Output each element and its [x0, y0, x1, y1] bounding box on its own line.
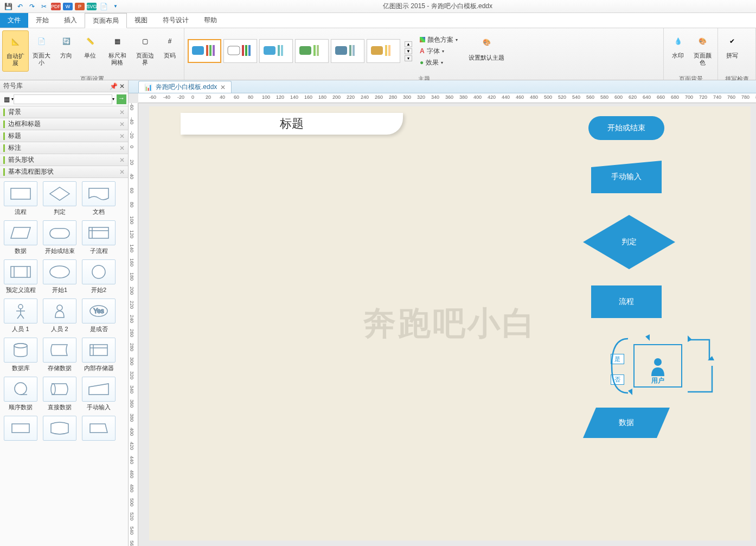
- shape-开始2[interactable]: 开始2: [81, 259, 116, 294]
- undo-icon[interactable]: ↶: [16, 2, 24, 11]
- page-color-button[interactable]: 🎨页面颜色: [690, 30, 715, 72]
- word-badge[interactable]: W: [63, 3, 73, 10]
- document-tab[interactable]: 📊 奔跑吧小白模板.eddx ✕: [138, 81, 232, 93]
- tab-insert[interactable]: 插入: [56, 13, 85, 28]
- pdf-badge[interactable]: PDF: [51, 3, 61, 10]
- category-5[interactable]: 基本流程图形状✕: [0, 166, 128, 178]
- tab-file[interactable]: 文件: [0, 13, 28, 28]
- ruler-vertical[interactable]: -60-40-200204060801001201401601802002202…: [129, 103, 138, 546]
- category-2[interactable]: 标题✕: [0, 130, 128, 142]
- shape-数据库[interactable]: 数据库: [3, 338, 38, 372]
- shape-数据[interactable]: 数据: [3, 220, 38, 255]
- theme-thumb-6[interactable]: [367, 39, 400, 63]
- tab-symbol-design[interactable]: 符号设计: [155, 13, 196, 28]
- data-shape[interactable]: 数据: [583, 408, 670, 438]
- theme-thumb-3[interactable]: [259, 39, 293, 63]
- set-default-theme-button[interactable]: 🎨设置默认主题: [465, 30, 508, 72]
- svg-rect-18: [385, 45, 387, 56]
- palette-icon[interactable]: ▦: [2, 96, 11, 103]
- theme-gallery-expand[interactable]: ▾: [405, 55, 412, 61]
- orientation-button[interactable]: 🔄方向: [54, 30, 78, 72]
- category-0[interactable]: 背景✕: [0, 106, 128, 118]
- shape-开始或结束[interactable]: 开始或结束: [42, 220, 77, 255]
- save-icon[interactable]: 💾: [4, 2, 12, 11]
- svg-rect-6: [245, 45, 247, 56]
- spell-check-button[interactable]: ✔拼写: [720, 30, 744, 72]
- user-shape-group[interactable]: 用户 是 否: [606, 333, 715, 398]
- page-number-button[interactable]: #页码: [158, 30, 182, 72]
- watermark-button[interactable]: 💧水印: [666, 30, 690, 72]
- close-icon[interactable]: ✕: [119, 109, 125, 116]
- category-3[interactable]: 标注✕: [0, 142, 128, 154]
- process-shape[interactable]: 流程: [591, 285, 662, 318]
- qat-dropdown-icon[interactable]: ▼: [111, 2, 120, 11]
- shape-判定[interactable]: 判定: [42, 181, 77, 216]
- auto-expand-button[interactable]: 📐自动扩展: [2, 30, 29, 72]
- ruler-grid-button[interactable]: ▦标尺和网格: [102, 30, 132, 72]
- ppt-badge[interactable]: P: [75, 3, 85, 10]
- theme-thumb-5[interactable]: [331, 39, 364, 63]
- manual-input-shape[interactable]: 手动输入: [591, 161, 662, 193]
- theme-scroll-up[interactable]: ▲: [405, 41, 412, 47]
- shape-人员 1[interactable]: 人员 1: [3, 299, 38, 333]
- page-size-button[interactable]: 📄页面大小: [29, 30, 54, 72]
- theme-thumb-2[interactable]: [223, 39, 257, 63]
- shape-文档[interactable]: 文档: [81, 181, 116, 216]
- svg-point-31: [92, 265, 105, 278]
- tab-page-layout[interactable]: 页面布局: [85, 13, 127, 28]
- shape-手动输入[interactable]: 手动输入: [81, 377, 116, 411]
- doc-icon: 📊: [144, 84, 152, 91]
- svg-rect-44: [12, 424, 29, 433]
- close-panel-icon[interactable]: ✕: [119, 82, 125, 90]
- theme-thumb-4[interactable]: [295, 39, 329, 63]
- category-4[interactable]: 箭头形状✕: [0, 154, 128, 166]
- tab-help[interactable]: 帮助: [196, 13, 225, 28]
- svg-marker-50: [645, 334, 650, 341]
- close-icon[interactable]: ✕: [119, 144, 125, 152]
- tab-view[interactable]: 视图: [127, 13, 155, 28]
- close-icon[interactable]: ✕: [119, 168, 125, 176]
- close-icon[interactable]: ✕: [119, 156, 125, 164]
- effect-dropdown[interactable]: ●效果 ▾: [418, 58, 460, 68]
- svg-point-33: [57, 305, 62, 310]
- tab-start[interactable]: 开始: [28, 13, 56, 28]
- search-input[interactable]: [14, 94, 112, 104]
- shape-直接数据[interactable]: 直接数据: [42, 377, 77, 411]
- quick-access-toolbar: 💾 ↶ ↷ ✂ PDF W P SVG 📄 ▼ 亿图图示 2015 - 奔跑吧小…: [0, 0, 756, 13]
- terminator-shape[interactable]: 开始或结束: [588, 116, 664, 140]
- shape-流程[interactable]: 流程: [3, 181, 38, 216]
- color-scheme-dropdown[interactable]: 颜色方案 ▾: [418, 35, 460, 45]
- category-1[interactable]: 边框和标题✕: [0, 118, 128, 130]
- shape-顺序数据[interactable]: 顺序数据: [3, 377, 38, 411]
- shape-子流程[interactable]: 子流程: [81, 220, 116, 255]
- svg-marker-48: [688, 335, 692, 342]
- close-icon[interactable]: ✕: [119, 120, 125, 128]
- units-button[interactable]: 📏单位: [78, 30, 102, 72]
- shape-extra-0[interactable]: [3, 416, 38, 441]
- shape-list[interactable]: 流程判定文档数据开始或结束子流程预定义流程开始1开始2人员 1人员 2Yes是或…: [0, 178, 128, 546]
- search-go-button[interactable]: →: [117, 94, 126, 104]
- theme-scroll-down[interactable]: ▼: [405, 48, 412, 54]
- theme-thumb-1[interactable]: [188, 39, 221, 63]
- pin-icon[interactable]: 📌: [110, 82, 118, 90]
- close-tab-icon[interactable]: ✕: [220, 84, 226, 91]
- shape-extra-1[interactable]: [42, 416, 77, 441]
- new-icon[interactable]: 📄: [99, 2, 108, 11]
- font-dropdown[interactable]: A字体 ▾: [418, 46, 460, 56]
- title-shape[interactable]: 标题: [181, 113, 403, 135]
- cut-icon[interactable]: ✂: [40, 2, 48, 11]
- drawing-page[interactable]: 奔跑吧小白 标题 开始或结束 手动输入 判定 流程 数据 用户 是 否: [149, 106, 751, 541]
- decision-shape[interactable]: 判定: [583, 215, 675, 269]
- shape-内部存储器[interactable]: 内部存储器: [81, 338, 116, 372]
- shape-预定义流程[interactable]: 预定义流程: [3, 259, 38, 294]
- close-icon[interactable]: ✕: [119, 132, 125, 140]
- shape-是或否[interactable]: Yes是或否: [81, 299, 116, 333]
- shape-extra-2[interactable]: [81, 416, 116, 441]
- svg-badge[interactable]: SVG: [87, 3, 97, 10]
- page-border-button[interactable]: ▢页面边界: [132, 30, 158, 72]
- redo-icon[interactable]: ↷: [28, 2, 36, 11]
- shape-人员 2[interactable]: 人员 2: [42, 299, 77, 333]
- ruler-horizontal[interactable]: -60-40-200204060801001201401601802002202…: [138, 93, 756, 103]
- shape-开始1[interactable]: 开始1: [42, 259, 77, 294]
- shape-存储数据[interactable]: 存储数据: [42, 338, 77, 372]
